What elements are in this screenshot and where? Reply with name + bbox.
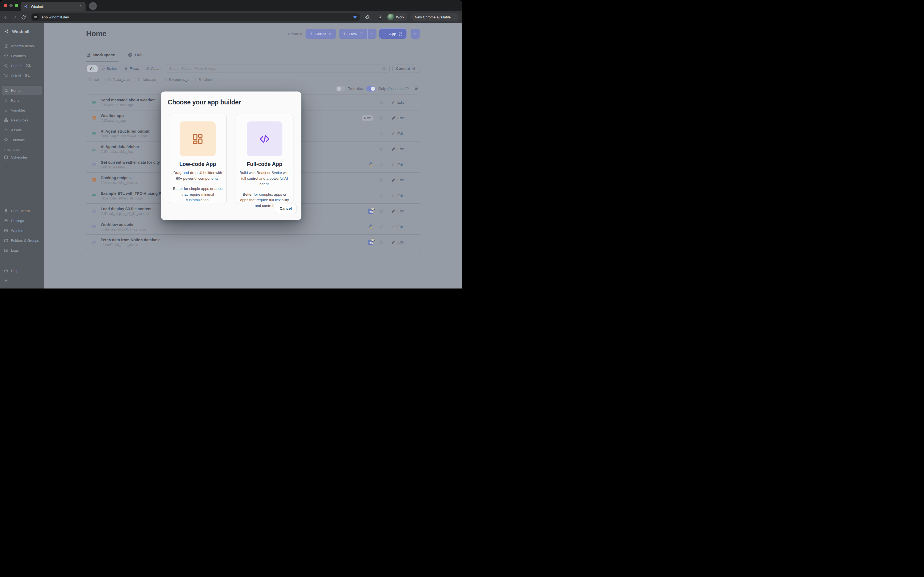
site-settings-icon[interactable] [32,14,39,20]
sidebar-item-help[interactable]: Help [2,266,42,275]
content-search-button[interactable]: Content [393,64,420,73]
folder-chip-f-data-team[interactable]: f/data_team [105,77,133,83]
search-input[interactable] [169,66,382,71]
filter-pill-all[interactable]: All [87,65,98,72]
row-path: f/devops/cooking_recipes [101,181,138,185]
close-window-button[interactable] [4,4,7,7]
sidebar-item-search[interactable]: Search⌘k [2,61,42,70]
edit-button[interactable]: Edit [391,100,404,105]
list-item[interactable]: Workflow as codef/data_team/workflow_as_… [86,219,420,235]
sidebar-item-schedules[interactable]: Schedules [2,153,42,162]
row-menu-button[interactable] [411,240,415,245]
favorite-star-icon[interactable] [379,178,384,182]
kebab-menu-icon[interactable] [453,15,457,19]
sidebar-item-home[interactable]: Home [2,86,42,95]
favorite-star-icon[interactable] [379,116,384,120]
folder-chip-f-all[interactable]: f/all [86,77,102,83]
edit-button[interactable]: Edit [391,209,404,213]
edit-button[interactable]: Edit [391,178,404,182]
sidebar-item-user-henri[interactable]: User (henri) [2,206,42,215]
browser-tab[interactable]: Windmill [21,2,86,11]
sidebar-item-favorites[interactable]: Favorites [2,51,42,60]
edit-button[interactable]: Edit [391,147,404,151]
app-builder-card-full-code-app[interactable]: Full-code AppBuild with React or Svelte … [236,114,293,204]
new-tab-button[interactable] [89,2,97,10]
favorite-star-icon[interactable] [379,240,384,245]
sidebar-item-assets[interactable]: Assets [2,125,42,135]
favorite-star-icon[interactable] [379,209,384,213]
row-menu-button[interactable] [411,131,415,136]
sidebar-item-windmill-demo[interactable]: windmill-demo-... [2,41,42,50]
sidebar-item-ask-ai[interactable]: Ask AI⌘L [2,71,42,80]
favorite-star-icon[interactable] [379,100,384,105]
edit-button[interactable]: Edit [391,163,404,167]
sidebar-item-folders-groups[interactable]: Folders & Groups [2,236,42,245]
row-menu-button[interactable] [411,224,415,229]
row-menu-button[interactable] [411,116,415,120]
profile-chip[interactable]: Work [386,13,407,21]
sidebar-item-tutorials[interactable]: Tutorials [2,135,42,145]
edit-button[interactable]: Edit [391,116,404,120]
sidebar-item-resources[interactable]: Resources [2,115,42,125]
app-builder-card-low-code-app[interactable]: Low-code AppDrag-and-drop UI builder wit… [169,114,226,204]
sidebar-item-variables[interactable]: Variables [2,105,42,115]
favorite-star-icon[interactable] [379,163,384,167]
row-menu-button[interactable] [411,178,415,182]
folder-filter-chips: f/allf/data_teamf/devopsf/examples_etlu/… [86,77,420,83]
app-dropdown-button[interactable] [410,29,420,39]
favorite-star-icon[interactable] [379,131,384,136]
sidebar-item-logs[interactable]: Logs [2,246,42,255]
folder-chip-f-devops[interactable]: f/devops [135,77,158,83]
folder-chip-f-examples-etl[interactable]: f/examples_etl [161,77,193,83]
plus-icon [4,165,8,169]
address-bar[interactable]: app.windmill.dev [31,13,360,21]
row-menu-button[interactable] [411,147,415,152]
create-script-button[interactable]: Script [305,29,336,39]
minimize-window-button[interactable] [9,4,13,7]
cancel-button[interactable]: Cancel [275,204,296,213]
advanced-filter-button[interactable] [413,85,420,92]
tab-hub[interactable]: Hub [128,53,143,57]
card-art [247,121,283,156]
edit-button[interactable]: Edit [391,194,404,198]
create-app-button[interactable]: App [379,29,407,39]
workspace-logo[interactable]: Windmill [0,26,44,36]
folder-chip-u-henri[interactable]: u/henri [195,77,216,83]
reload-icon[interactable] [21,15,26,20]
close-tab-icon[interactable] [79,5,83,8]
owner-filter-toggle[interactable] [366,86,376,92]
row-menu-button[interactable] [411,193,415,198]
row-menu-button[interactable] [411,209,415,213]
favorite-star-icon[interactable] [379,224,384,229]
forward-icon[interactable] [12,15,17,20]
sidebar-item-workers[interactable]: Workers [2,226,42,235]
row-menu-button[interactable] [411,100,415,105]
sidebar-item-item[interactable] [2,276,42,285]
sidebar-item-label: Variables [11,108,26,112]
create-flow-button[interactable]: Flow [339,29,367,39]
chevron-down-icon [370,32,374,36]
edit-button[interactable]: Edit [391,225,404,229]
favorite-star-icon[interactable] [379,147,384,152]
row-menu-button[interactable] [411,163,415,167]
sidebar-item-settings[interactable]: Settings [2,216,42,225]
filter-pill-scripts[interactable]: Scripts [98,65,121,72]
download-icon[interactable] [378,15,383,20]
filter-pill-apps[interactable]: Apps [142,65,162,72]
bookmark-star-icon[interactable] [352,15,357,19]
filter-pill-flows[interactable]: Flows [121,65,142,72]
list-item[interactable]: Fetch data from Notion databaseu/henri/f… [86,234,420,250]
edit-button[interactable]: Edit [391,240,404,244]
extensions-puzzle-icon[interactable] [365,15,370,20]
pencil-icon [391,210,395,213]
update-chrome-button[interactable]: New Chrome available [411,13,459,21]
sidebar-item-item[interactable] [2,163,42,172]
tree-view-toggle[interactable] [336,86,346,92]
tab-workspace[interactable]: Workspace [86,53,115,57]
edit-button[interactable]: Edit [391,132,404,136]
flow-dropdown-button[interactable] [368,29,376,39]
sidebar-item-runs[interactable]: Runs [2,96,42,105]
back-icon[interactable] [3,15,8,20]
favorite-star-icon[interactable] [379,193,384,198]
zoom-window-button[interactable] [15,4,18,7]
